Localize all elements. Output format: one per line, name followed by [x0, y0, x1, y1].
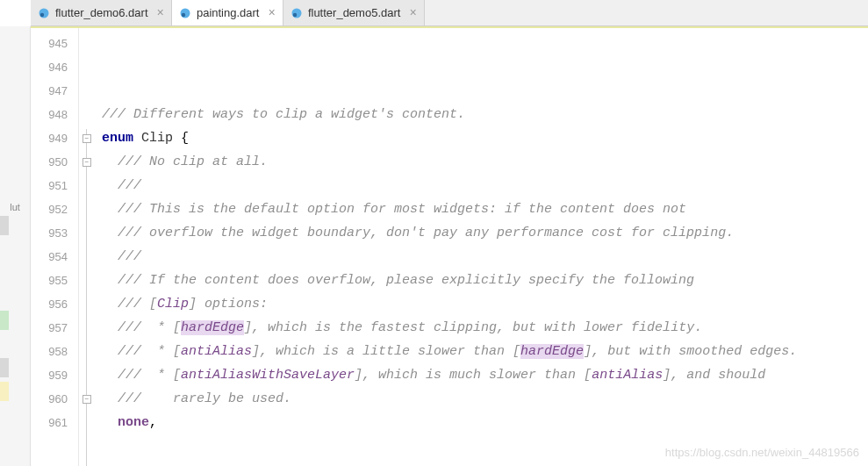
- code-line[interactable]: /// * [antiAlias], which is a little slo…: [102, 340, 868, 363]
- change-marker: [0, 216, 9, 235]
- editor-tabs: flutter_demo6.dart × painting.dart × flu…: [31, 0, 868, 26]
- fold-slot: [79, 363, 95, 387]
- watermark: https://blog.csdn.net/weixin_44819566: [665, 446, 859, 459]
- dart-file-icon: [38, 7, 50, 19]
- code-line[interactable]: /// overflow the widget boundary, don't …: [102, 221, 868, 245]
- line-number-gutter: 9459469479489499509519529539549559569579…: [31, 28, 79, 466]
- code-line[interactable]: enum Clip {: [102, 126, 868, 150]
- editor-container: 9459469479489499509519529539549559569579…: [31, 26, 868, 466]
- line-number: 960: [31, 387, 78, 411]
- line-number: 950: [31, 150, 78, 174]
- line-number: 959: [31, 363, 78, 387]
- fold-marker-icon[interactable]: −: [82, 395, 91, 404]
- tab-label: flutter_demo6.dart: [55, 6, 148, 19]
- code-line[interactable]: /// * [hardEdge], which is the fastest c…: [102, 316, 868, 340]
- line-number: 956: [31, 292, 78, 316]
- svg-point-3: [182, 12, 185, 16]
- change-marker: [0, 358, 9, 377]
- close-icon[interactable]: ×: [157, 6, 164, 20]
- fold-slot: [79, 55, 95, 79]
- code-area[interactable]: /// Different ways to clip a widget's co…: [95, 28, 868, 466]
- fold-slot: [79, 411, 95, 434]
- svg-point-5: [293, 12, 297, 16]
- svg-point-1: [40, 12, 44, 16]
- fold-slot: [79, 292, 95, 316]
- fold-gutter: −−−: [79, 28, 95, 466]
- line-number: 957: [31, 316, 78, 340]
- tab-label: flutter_demo5.dart: [308, 6, 401, 19]
- svg-point-4: [291, 8, 301, 18]
- fold-slot: −: [79, 126, 95, 150]
- change-marker: [0, 382, 9, 401]
- code-line[interactable]: /// If the content does overflow, please…: [102, 269, 868, 292]
- tab-1[interactable]: painting.dart ×: [172, 0, 283, 25]
- fold-slot: [79, 174, 95, 197]
- line-number: 951: [31, 174, 78, 197]
- line-number: 947: [31, 79, 78, 103]
- fold-slot: [79, 197, 95, 221]
- code-line[interactable]: /// * [antiAliasWithSaveLayer], which is…: [102, 363, 868, 387]
- line-number: 955: [31, 269, 78, 292]
- fold-slot: [79, 269, 95, 292]
- fold-slot: −: [79, 150, 95, 174]
- fold-marker-icon[interactable]: −: [82, 158, 91, 167]
- dart-file-icon: [291, 7, 303, 19]
- fold-slot: [79, 32, 95, 55]
- line-number: 946: [31, 55, 78, 79]
- line-number: 961: [31, 411, 78, 434]
- fold-marker-icon[interactable]: −: [82, 134, 91, 143]
- sidebar-text: lut: [10, 202, 20, 212]
- line-number: 953: [31, 221, 78, 245]
- fold-slot: [79, 245, 95, 269]
- close-icon[interactable]: ×: [409, 6, 416, 20]
- fold-slot: [79, 79, 95, 103]
- tab-0[interactable]: flutter_demo6.dart ×: [31, 0, 172, 25]
- svg-point-0: [39, 8, 49, 18]
- code-line[interactable]: /// Different ways to clip a widget's co…: [102, 103, 868, 126]
- fold-slot: [79, 103, 95, 126]
- code-line[interactable]: [102, 55, 868, 79]
- code-line[interactable]: ///: [102, 245, 868, 269]
- tab-2[interactable]: flutter_demo5.dart ×: [283, 0, 425, 25]
- line-number: 945: [31, 32, 78, 55]
- line-number: 954: [31, 245, 78, 269]
- svg-point-2: [180, 8, 190, 18]
- fold-slot: −: [79, 387, 95, 411]
- fold-slot: [79, 221, 95, 245]
- code-line[interactable]: /// [Clip] options:: [102, 292, 868, 316]
- code-line[interactable]: /// rarely be used.: [102, 387, 868, 411]
- code-line[interactable]: /// This is the default option for most …: [102, 197, 868, 221]
- dart-file-icon: [179, 7, 191, 19]
- code-line[interactable]: /// No clip at all.: [102, 150, 868, 174]
- tab-label: painting.dart: [197, 6, 260, 19]
- line-number: 949: [31, 126, 78, 150]
- fold-slot: [79, 340, 95, 363]
- fold-slot: [79, 316, 95, 340]
- line-number: 958: [31, 340, 78, 363]
- line-number: 948: [31, 103, 78, 126]
- change-marker: [0, 311, 9, 330]
- code-line[interactable]: [102, 32, 868, 55]
- line-number: 952: [31, 197, 78, 221]
- code-line[interactable]: ///: [102, 174, 868, 197]
- code-line[interactable]: none,: [102, 411, 868, 434]
- close-icon[interactable]: ×: [268, 6, 275, 20]
- code-line[interactable]: [102, 79, 868, 103]
